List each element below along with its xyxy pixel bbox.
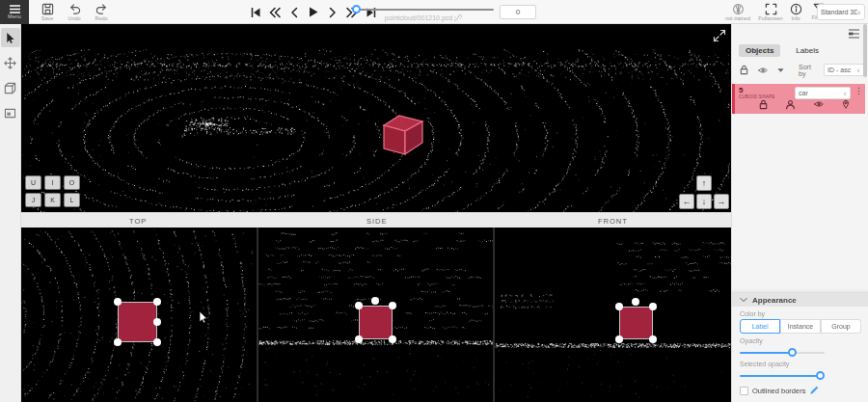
appearance-title: Appearance: [752, 296, 797, 305]
bbox-handle[interactable]: [615, 335, 623, 343]
move-icon: [4, 57, 16, 69]
outlined-borders-row: Outlined borders: [740, 386, 868, 395]
bbox-handle[interactable]: [389, 302, 396, 309]
top-view-label: TOP: [129, 217, 147, 226]
cuboid-icon: [4, 82, 16, 94]
info-label: Info: [791, 16, 800, 22]
tab-labels[interactable]: Labels: [789, 44, 826, 57]
sort-select[interactable]: ID - asc ∨: [824, 64, 864, 76]
top-view-bbox[interactable]: [118, 302, 157, 342]
object-row[interactable]: 5 CUBOID SHAPE car ∨ ⋮: [732, 84, 865, 114]
opacity-slider-handle[interactable]: [788, 348, 797, 357]
info-button[interactable]: Info: [783, 0, 808, 24]
color-by-group: Label Instance Group: [740, 319, 861, 334]
front-view-bbox[interactable]: [619, 307, 653, 339]
prev-frame-button[interactable]: [287, 6, 300, 18]
outlined-borders-checkbox[interactable]: [740, 387, 748, 395]
menu-button[interactable]: Menu: [0, 0, 29, 24]
nav-down-button[interactable]: ↓: [696, 194, 712, 209]
panel-scrollbar[interactable]: [863, 24, 867, 77]
selected-opacity-slider[interactable]: [740, 372, 825, 380]
bbox-handle[interactable]: [632, 298, 639, 306]
top-toolbar: Menu Save Undo Redo: [0, 0, 868, 24]
key-j[interactable]: J: [25, 193, 41, 207]
color-by-instance-button[interactable]: Instance: [780, 319, 821, 334]
nav-right-button[interactable]: →: [714, 194, 729, 209]
object-pin-icon[interactable]: [841, 99, 851, 110]
bbox-handle[interactable]: [114, 338, 122, 346]
key-i[interactable]: I: [44, 175, 61, 190]
lock-all-icon[interactable]: [739, 65, 749, 75]
nav-left-button[interactable]: ←: [679, 194, 694, 209]
redo-button[interactable]: Redo: [89, 0, 114, 24]
side-view-panel[interactable]: [258, 228, 493, 402]
bbox-handle[interactable]: [355, 335, 363, 343]
key-l[interactable]: L: [64, 193, 80, 207]
bbox-handle[interactable]: [355, 302, 363, 309]
opacity-label: Opacity: [740, 337, 868, 344]
appearance-section: Appearance Color by Label Instance Group…: [732, 292, 868, 402]
skip-first-button[interactable]: [249, 6, 261, 18]
timeline-slider[interactable]: [353, 8, 494, 12]
save-button[interactable]: Save: [35, 0, 60, 24]
visibility-all-icon[interactable]: [757, 66, 769, 75]
object-menu-icon[interactable]: ⋮: [854, 87, 863, 95]
bbox-handle[interactable]: [153, 338, 161, 346]
bbox-handle[interactable]: [153, 318, 161, 326]
undo-button[interactable]: Undo: [62, 0, 87, 24]
key-u[interactable]: U: [25, 175, 41, 190]
front-view-canvas[interactable]: [495, 228, 731, 402]
front-view-panel[interactable]: [495, 228, 731, 402]
bbox-handle[interactable]: [153, 298, 161, 306]
key-k[interactable]: K: [44, 193, 61, 207]
bbox-handle[interactable]: [371, 297, 379, 305]
chevron-down-icon: [740, 297, 747, 303]
image-context-tool[interactable]: [1, 103, 20, 122]
fullscreen-icon: [765, 3, 777, 15]
next-frame-button[interactable]: [326, 6, 339, 18]
key-o[interactable]: O: [64, 175, 80, 190]
tab-objects[interactable]: Objects: [739, 44, 780, 57]
object-visibility-icon[interactable]: [813, 99, 825, 110]
fast-backward-button[interactable]: [268, 6, 281, 18]
expand-all-icon[interactable]: [776, 67, 785, 74]
fullscreen-button[interactable]: Fullscreen: [756, 0, 785, 24]
bbox-handle[interactable]: [389, 335, 396, 343]
link-icon[interactable]: [454, 13, 462, 21]
object-class-select[interactable]: car ∨: [795, 87, 851, 99]
pointer-icon: [5, 32, 16, 44]
view-mode-select[interactable]: Standard 3D ∨: [817, 4, 865, 20]
selected-cuboid-3d[interactable]: [379, 106, 427, 158]
view-mode-value: Standard 3D: [821, 9, 857, 15]
color-by-label-button[interactable]: Label: [740, 319, 780, 334]
top-view-panel[interactable]: [21, 228, 257, 402]
opacity-slider[interactable]: [740, 349, 825, 357]
pointcloud-canvas[interactable]: [21, 24, 731, 212]
timeline-handle[interactable]: [352, 5, 361, 13]
object-lock-icon[interactable]: [758, 99, 769, 110]
side-view-label: SIDE: [366, 217, 388, 226]
play-button[interactable]: [307, 6, 319, 18]
expand-view-icon[interactable]: [713, 29, 726, 42]
select-tool[interactable]: [1, 28, 20, 47]
labeling-tool-window: Menu Save Undo Redo: [0, 0, 868, 402]
chevron-down-icon: ∨: [856, 67, 860, 73]
move-tool[interactable]: [1, 53, 20, 72]
bbox-handle[interactable]: [114, 298, 122, 306]
nav-up-button[interactable]: ↑: [696, 175, 712, 191]
panel-menu-icon[interactable]: [848, 28, 860, 40]
frame-number-input[interactable]: [500, 5, 536, 19]
color-by-group-button[interactable]: Group: [821, 319, 861, 334]
side-view-bbox[interactable]: [359, 306, 393, 339]
edit-pencil-icon[interactable]: [809, 386, 819, 395]
appearance-header[interactable]: Appearance: [732, 293, 868, 307]
bbox-handle[interactable]: [649, 303, 657, 310]
bbox-handle[interactable]: [615, 303, 623, 310]
main-3d-viewport[interactable]: U I O J K L ↑ ← ↓ →: [21, 24, 731, 212]
object-author-icon[interactable]: [785, 99, 796, 110]
bbox-handle[interactable]: [649, 335, 657, 343]
selected-opacity-slider-handle[interactable]: [816, 371, 825, 380]
sort-by-label: Sort by: [799, 64, 820, 77]
not-trained-button[interactable]: not trained: [721, 0, 754, 24]
cuboid-tool[interactable]: [1, 78, 20, 97]
